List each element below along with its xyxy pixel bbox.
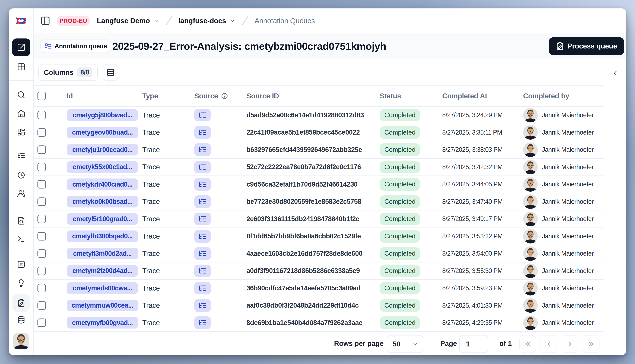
chevron-down-icon[interactable] xyxy=(229,18,235,24)
table-row[interactable]: cmetygeov00buad... Trace 22c41f09acae5b1… xyxy=(34,124,604,142)
sidebar-item-sessions[interactable] xyxy=(9,166,34,184)
row-source-icon-pill[interactable] xyxy=(194,316,211,329)
row-completed-by: Jannik Maierhoefer xyxy=(542,164,594,171)
table-row[interactable]: cmetykdr400ciad0... Trace c9d56ca32efaff… xyxy=(34,176,604,193)
sidebar-item-annotation[interactable] xyxy=(9,294,34,312)
sidebar-item-users[interactable] xyxy=(9,184,34,202)
table-row[interactable]: cmetyko0k00bsad... Trace be7723e30d80205… xyxy=(34,193,604,211)
columns-button[interactable]: Columns 8/8 xyxy=(38,64,98,81)
table-row[interactable]: cmetymeds00cwa... Trace 36b90cdfc47e5da1… xyxy=(34,280,604,297)
environment-badge[interactable]: PROD-EU xyxy=(57,16,90,26)
sidebar-item-tracing[interactable] xyxy=(9,146,34,164)
row-id-pill[interactable]: cmetylht300bqad0... xyxy=(67,230,138,242)
row-source-icon-pill[interactable] xyxy=(194,230,211,242)
row-id-pill[interactable]: cmetymmuw00cea... xyxy=(67,300,138,311)
column-header-status[interactable]: Status xyxy=(380,92,442,100)
sidebar-item-grid[interactable] xyxy=(9,58,34,76)
row-completed-by: Jannik Maierhoefer xyxy=(542,232,594,240)
rows-per-page-select[interactable]: 50 xyxy=(387,335,423,353)
table-row[interactable]: cmetymyfb00gvad... Trace 8dc69b1ba1e540b… xyxy=(34,314,604,332)
row-user-avatar xyxy=(523,229,538,244)
sidebar-toggle-button[interactable] xyxy=(41,16,50,26)
row-checkbox[interactable] xyxy=(38,163,46,171)
row-checkbox[interactable] xyxy=(38,284,46,292)
page-number-input[interactable] xyxy=(459,335,488,353)
row-source-icon-pill[interactable] xyxy=(194,178,211,190)
table-row[interactable]: cmetylt3m00d2ad... Trace 4aaece1603cb2e1… xyxy=(34,245,604,262)
row-source-icon-pill[interactable] xyxy=(194,247,211,260)
row-checkbox[interactable] xyxy=(38,249,46,258)
row-checkbox[interactable] xyxy=(38,111,46,119)
row-id-pill[interactable]: cmetym2fz00d4ad... xyxy=(67,265,138,277)
sidebar-item-playground[interactable] xyxy=(9,230,34,248)
lightbulb-icon xyxy=(17,279,25,287)
sidebar-item-dashboards[interactable] xyxy=(9,123,34,141)
layout-dashboard-icon xyxy=(17,128,25,136)
column-header-source-id[interactable]: Source ID xyxy=(247,92,380,100)
table-row[interactable]: cmetymmuw00cea... Trace aaf0c38db0f3f204… xyxy=(34,297,604,314)
first-page-button[interactable] xyxy=(519,335,536,353)
sidebar-item-search[interactable] xyxy=(9,86,34,104)
expand-side-panel-button[interactable] xyxy=(609,67,621,79)
row-source-icon-pill[interactable] xyxy=(194,212,211,225)
row-height-button[interactable] xyxy=(103,64,118,81)
row-id-pill[interactable]: cmetyk55x00c1ad... xyxy=(67,161,138,173)
sidebar-item-prompts[interactable] xyxy=(9,212,34,230)
row-checkbox[interactable] xyxy=(38,215,46,223)
sidebar-item-judge[interactable] xyxy=(9,274,34,292)
row-checkbox[interactable] xyxy=(38,180,46,188)
previous-page-button[interactable] xyxy=(541,335,557,353)
row-checkbox[interactable] xyxy=(38,128,46,137)
row-id-pill[interactable]: cmetymyfb00gvad... xyxy=(67,317,138,328)
row-source-icon-pill[interactable] xyxy=(194,161,211,174)
column-header-completed-at[interactable]: Completed At xyxy=(442,92,523,100)
row-checkbox[interactable] xyxy=(38,232,46,240)
sidebar-item-scores[interactable] xyxy=(9,255,34,273)
row-source-icon-pill[interactable] xyxy=(194,299,211,312)
row-source-icon-pill[interactable] xyxy=(194,195,211,208)
table-row[interactable]: cmetyl5r100grad0... Trace 2e603f31361115… xyxy=(34,210,604,228)
row-id-pill[interactable]: cmetygeov00buad... xyxy=(67,127,138,138)
next-page-button[interactable] xyxy=(562,335,578,353)
sidebar-item-home[interactable] xyxy=(9,104,34,122)
row-checkbox[interactable] xyxy=(38,267,46,275)
sidebar-item-datasets[interactable] xyxy=(9,310,34,329)
breadcrumb-org[interactable]: Langfuse Demo xyxy=(97,17,150,25)
row-source-icon-pill[interactable] xyxy=(194,126,211,139)
column-header-source[interactable]: Source xyxy=(194,92,247,100)
row-id-pill[interactable]: cmetyko0k00bsad... xyxy=(67,196,138,208)
row-checkbox[interactable] xyxy=(38,146,46,154)
row-status-badge: Completed xyxy=(380,264,420,277)
row-id-pill[interactable]: cmetylt3m00d2ad... xyxy=(67,248,138,259)
sidebar-item-open[interactable] xyxy=(9,38,34,56)
row-id-pill[interactable]: cmetyl5r100grad0... xyxy=(67,213,138,225)
column-header-completed-by[interactable]: Completed by xyxy=(523,92,604,100)
list-tree-icon xyxy=(198,284,207,292)
user-avatar[interactable] xyxy=(13,333,29,350)
table-row[interactable]: cmetym2fz00d4ad... Trace a0df3f901167218… xyxy=(34,262,604,280)
last-page-button[interactable] xyxy=(583,335,599,353)
breadcrumb-project[interactable]: langfuse-docs xyxy=(178,17,226,25)
select-all-checkbox[interactable] xyxy=(38,92,46,100)
row-checkbox[interactable] xyxy=(38,318,46,327)
table-row[interactable]: cmetylht300bqad0... Trace 0f1dd65b7bb9bf… xyxy=(34,228,604,245)
column-header-type[interactable]: Type xyxy=(142,92,194,100)
table-row[interactable]: cmetyg5j800bwad... Trace d5ad9d52a00c6e1… xyxy=(34,107,604,124)
row-id-pill[interactable]: cmetyju1r00ccad0... xyxy=(67,144,138,156)
info-icon[interactable] xyxy=(221,92,228,100)
row-source-icon-pill[interactable] xyxy=(194,282,211,294)
chevron-down-icon[interactable] xyxy=(153,18,159,24)
table-row[interactable]: cmetyju1r00ccad0... Trace b63297665cfd44… xyxy=(34,141,604,159)
row-checkbox[interactable] xyxy=(38,198,46,206)
row-id-pill[interactable]: cmetyg5j800bwad... xyxy=(67,109,138,121)
row-type: Trace xyxy=(142,250,160,258)
row-source-icon-pill[interactable] xyxy=(194,264,211,277)
row-source-icon-pill[interactable] xyxy=(194,109,211,122)
table-row[interactable]: cmetyk55x00c1ad... Trace 52c72c2222ea78e… xyxy=(34,159,604,176)
process-queue-button[interactable]: Process queue xyxy=(549,37,624,55)
column-header-id[interactable]: Id xyxy=(67,92,142,100)
row-id-pill[interactable]: cmetykdr400ciad0... xyxy=(67,178,138,190)
row-source-icon-pill[interactable] xyxy=(194,143,211,156)
row-checkbox[interactable] xyxy=(38,301,46,310)
row-id-pill[interactable]: cmetymeds00cwa... xyxy=(67,282,138,294)
